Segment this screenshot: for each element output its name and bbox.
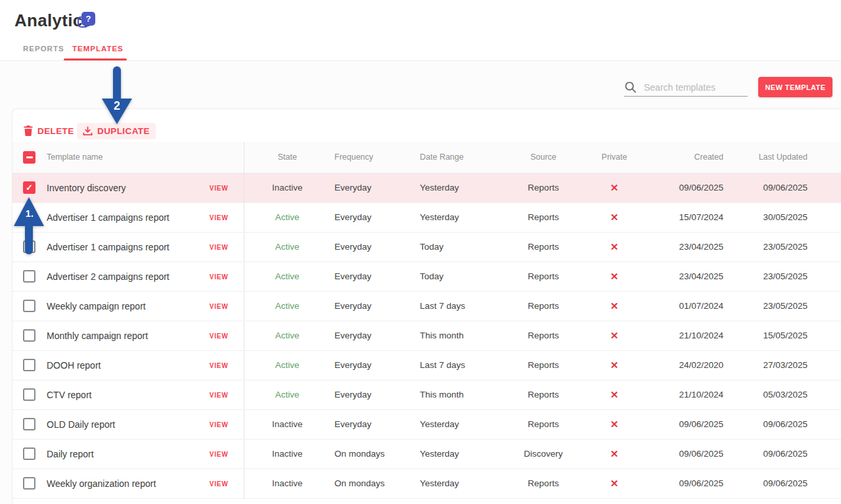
- template-name: Advertiser 1 campaigns report: [41, 202, 191, 232]
- view-link[interactable]: VIEW: [210, 392, 229, 399]
- date-range-value: Today: [416, 232, 504, 262]
- not-private-icon: ✕: [610, 330, 619, 341]
- row-filler: [815, 409, 841, 439]
- column-header-template-name: Template name: [41, 142, 191, 173]
- view-link[interactable]: VIEW: [210, 273, 229, 281]
- help-question-glyph: ?: [81, 12, 95, 26]
- active-tab-underline: [64, 58, 127, 60]
- row-checkbox[interactable]: [23, 418, 35, 430]
- template-name: Inventory discovery: [41, 173, 191, 202]
- tab-bar: REPORTS TEMPLATES: [0, 37, 841, 61]
- download-icon: [83, 126, 93, 136]
- search-input[interactable]: [637, 82, 748, 93]
- source-value: Reports: [504, 380, 583, 409]
- view-link[interactable]: VIEW: [210, 332, 229, 340]
- row-checkbox[interactable]: [23, 447, 35, 460]
- column-header-created: Created: [646, 142, 729, 173]
- source-value: Reports: [504, 173, 583, 202]
- updated-date: 05/03/2025: [729, 380, 815, 409]
- date-range-value: Yesterday: [416, 469, 504, 498]
- state-value: Active: [275, 242, 300, 252]
- row-filler: [815, 173, 841, 202]
- frequency-value: Everyday: [330, 173, 416, 202]
- state-value: Active: [275, 390, 300, 400]
- analytics-page: Analytics ? REPORTS TEMPLATES NEW TEMPLA…: [0, 0, 841, 504]
- date-range-value: This month: [416, 321, 504, 350]
- not-private-icon: ✕: [610, 478, 619, 489]
- view-link[interactable]: VIEW: [210, 185, 229, 192]
- frequency-value: Everyday: [330, 321, 416, 350]
- column-header-source: Source: [504, 142, 583, 173]
- row-checkbox[interactable]: [23, 300, 35, 312]
- state-value: Active: [275, 301, 300, 311]
- source-value: Reports: [504, 202, 583, 232]
- view-link[interactable]: VIEW: [210, 480, 229, 488]
- row-checkbox[interactable]: [23, 329, 35, 342]
- template-name: Advertiser 2 campaigns report: [41, 262, 191, 291]
- table-row: Weekly organization reportVIEWInactiveOn…: [12, 469, 841, 498]
- frequency-value: On mondays: [330, 469, 416, 498]
- date-range-value: Last 7 days: [416, 350, 504, 380]
- tab-templates[interactable]: TEMPLATES: [72, 37, 124, 60]
- state-value: Active: [275, 360, 300, 370]
- state-value: Active: [275, 212, 300, 222]
- date-range-value: Yesterday: [416, 439, 504, 469]
- created-date: 21/10/2024: [646, 380, 729, 409]
- search-field: [624, 78, 748, 97]
- view-link[interactable]: VIEW: [210, 451, 229, 458]
- view-link[interactable]: VIEW: [210, 303, 229, 310]
- frequency-value: Everyday: [330, 409, 416, 439]
- table-header-row: Template name State Frequency Date Range…: [12, 142, 841, 173]
- tab-reports[interactable]: REPORTS: [23, 37, 64, 60]
- row-checkbox[interactable]: [23, 388, 35, 401]
- delete-button[interactable]: DELETE: [24, 126, 74, 136]
- table-row: CTV reportVIEWActiveEverydayThis monthRe…: [12, 380, 841, 409]
- template-name: CTV report: [41, 380, 191, 409]
- template-name: DOOH report: [41, 350, 191, 380]
- column-header-frequency: Frequency: [330, 142, 416, 173]
- created-date: 21/10/2024: [646, 321, 729, 350]
- table-row: Advertiser 2 campaigns reportVIEWActiveE…: [12, 262, 841, 291]
- updated-date: 27/03/2025: [729, 350, 815, 380]
- frequency-value: Everyday: [330, 232, 416, 262]
- updated-date: 09/06/2025: [729, 439, 815, 469]
- view-link[interactable]: VIEW: [210, 214, 229, 221]
- view-link[interactable]: VIEW: [210, 244, 229, 251]
- row-checkbox[interactable]: [23, 477, 35, 490]
- table-row: Monthly campaign reportVIEWActiveEveryda…: [12, 321, 841, 350]
- row-filler: [815, 380, 841, 409]
- row-filler: [815, 321, 841, 350]
- updated-date: 09/06/2025: [729, 469, 815, 498]
- row-filler: [815, 469, 841, 498]
- not-private-icon: ✕: [610, 419, 619, 430]
- state-value: Active: [275, 331, 300, 340]
- not-private-icon: ✕: [610, 300, 619, 311]
- not-private-icon: ✕: [610, 241, 619, 252]
- view-link[interactable]: VIEW: [210, 421, 229, 428]
- updated-date: 09/06/2025: [729, 173, 815, 202]
- state-value: Inactive: [272, 183, 303, 193]
- updated-date: 23/05/2025: [729, 232, 815, 262]
- row-filler: [815, 439, 841, 469]
- select-all-checkbox[interactable]: [23, 151, 35, 164]
- created-date: 23/04/2025: [646, 232, 729, 262]
- frequency-value: Everyday: [330, 262, 416, 291]
- updated-date: 15/05/2025: [729, 321, 815, 350]
- row-checkbox[interactable]: [23, 270, 35, 283]
- templates-card: DELETE DUPLICATE Tem: [12, 108, 841, 504]
- annotation-step2-label: 2: [114, 99, 120, 112]
- created-date: 09/06/2025: [646, 173, 729, 202]
- not-private-icon: ✕: [610, 359, 619, 371]
- table-row: ✓Inventory discoveryVIEWInactiveEveryday…: [12, 173, 841, 202]
- source-value: Reports: [504, 291, 583, 321]
- date-range-value: Last 7 days: [416, 291, 504, 321]
- created-date: 09/06/2025: [646, 439, 729, 469]
- view-link[interactable]: VIEW: [210, 362, 229, 369]
- row-checkbox[interactable]: [23, 359, 35, 371]
- row-checkbox[interactable]: ✓: [23, 181, 35, 194]
- column-header-date-range: Date Range: [416, 142, 504, 173]
- new-template-button[interactable]: NEW TEMPLATE: [758, 77, 832, 97]
- date-range-value: Yesterday: [416, 202, 504, 232]
- frequency-value: Everyday: [330, 202, 416, 232]
- help-icon[interactable]: ?: [78, 12, 96, 30]
